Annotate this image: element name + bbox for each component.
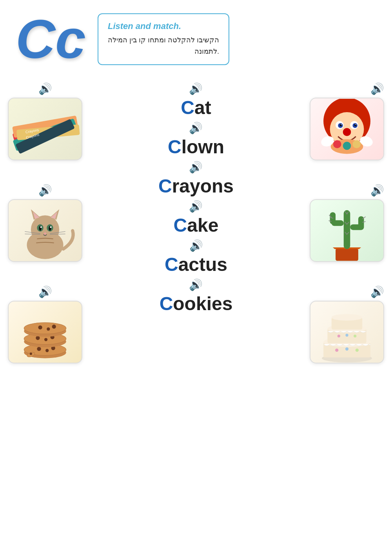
- svg-point-37: [47, 327, 50, 331]
- instruction-title: Listen and match.: [108, 21, 219, 31]
- svg-point-26: [37, 347, 41, 351]
- word-cactus: Cactus: [165, 254, 227, 275]
- clown-svg: [310, 99, 383, 160]
- speaker-cactus-word[interactable]: 🔊: [189, 239, 203, 252]
- center-column: 🔊 Cat 🔊 Clown 🔊 Crayons 🔊 Cake 🔊 Cactus …: [102, 71, 290, 374]
- word-cake-c: C: [174, 215, 187, 236]
- image-clown: [310, 98, 384, 160]
- speaker-cactus-img[interactable]: 🔊: [370, 184, 384, 197]
- svg-point-43: [343, 128, 351, 136]
- speaker-cake-word[interactable]: 🔊: [189, 200, 203, 213]
- left-column: 🔊 Crayons Crayons 🔊: [8, 71, 102, 374]
- svg-point-31: [36, 336, 40, 340]
- right-column: 🔊: [290, 71, 384, 374]
- word-block-cat: 🔊 Cat: [181, 82, 211, 118]
- word-clown-c: C: [168, 136, 181, 157]
- svg-point-36: [38, 325, 42, 329]
- svg-point-48: [340, 124, 342, 126]
- word-clown-rest: lown: [181, 136, 224, 157]
- image-block-cake: 🔊: [310, 285, 384, 363]
- speaker-crayons-img[interactable]: 🔊: [38, 82, 52, 95]
- speaker-crayons-word[interactable]: 🔊: [189, 161, 203, 174]
- big-letter-cc: Cc: [16, 12, 86, 67]
- word-block-cookies: 🔊 Cookies: [160, 278, 233, 314]
- svg-point-84: [345, 347, 348, 351]
- image-cake: [310, 301, 384, 363]
- word-cat: Cat: [181, 97, 211, 118]
- svg-rect-58: [336, 249, 358, 261]
- image-block-crayons: 🔊 Crayons Crayons: [8, 82, 82, 160]
- svg-point-87: [345, 334, 348, 337]
- svg-point-38: [52, 324, 56, 328]
- speaker-clown-img[interactable]: 🔊: [370, 82, 384, 95]
- word-block-crayons: 🔊 Crayons: [158, 161, 234, 197]
- svg-point-54: [343, 142, 351, 150]
- svg-point-40: [30, 352, 32, 355]
- svg-point-32: [44, 338, 47, 341]
- word-block-cactus: 🔊 Cactus: [165, 239, 227, 275]
- image-cat: [8, 199, 82, 262]
- svg-point-49: [354, 124, 356, 126]
- speaker-cat-img[interactable]: 🔊: [38, 184, 52, 197]
- main-content: 🔊 Crayons Crayons 🔊: [0, 71, 392, 374]
- svg-point-85: [356, 349, 359, 352]
- svg-point-17: [40, 226, 42, 228]
- word-crayons-rest: rayons: [172, 176, 234, 196]
- word-crayons-c: C: [158, 176, 172, 196]
- word-cactus-rest: actus: [178, 254, 227, 275]
- image-block-cat: 🔊: [8, 184, 82, 262]
- svg-point-18: [50, 226, 51, 228]
- word-cat-c: C: [181, 97, 194, 118]
- image-cookies: [8, 301, 82, 363]
- cat-svg: [9, 200, 82, 261]
- svg-rect-60: [344, 210, 350, 249]
- speaker-cake-img[interactable]: 🔊: [370, 285, 384, 298]
- image-crayons: Crayons Crayons: [8, 98, 82, 160]
- cactus-svg: [310, 199, 383, 262]
- speaker-cat-word[interactable]: 🔊: [189, 82, 203, 95]
- instruction-box: Listen and match. הקשיבו להקלטה ומתחו קו…: [98, 13, 229, 65]
- word-block-cake: 🔊 Cake: [174, 200, 219, 236]
- word-cookies: Cookies: [160, 293, 233, 314]
- word-cat-rest: at: [194, 97, 211, 118]
- crayons-svg: Crayons Crayons: [9, 101, 82, 158]
- image-block-clown: 🔊: [310, 82, 384, 160]
- svg-point-27: [45, 349, 49, 352]
- word-cake: Cake: [174, 214, 219, 236]
- svg-point-35: [24, 322, 66, 334]
- svg-point-53: [333, 140, 341, 148]
- image-block-cactus: 🔊: [310, 184, 384, 262]
- svg-point-55: [352, 140, 361, 148]
- svg-point-88: [354, 335, 356, 338]
- cookies-svg: [9, 302, 82, 363]
- svg-point-83: [335, 349, 338, 352]
- cake-svg: [310, 301, 383, 363]
- speaker-clown-word[interactable]: 🔊: [189, 122, 203, 134]
- word-clown: Clown: [168, 136, 224, 158]
- svg-point-50: [341, 124, 342, 125]
- svg-point-8: [31, 215, 59, 243]
- svg-point-86: [338, 335, 340, 338]
- svg-point-51: [356, 124, 356, 125]
- word-cookies-c: C: [160, 293, 173, 314]
- image-block-cookies: 🔊: [8, 285, 82, 363]
- speaker-cookies-word[interactable]: 🔊: [189, 278, 203, 291]
- image-cactus: [310, 199, 384, 262]
- speaker-cookies-img[interactable]: 🔊: [38, 285, 52, 298]
- word-cake-rest: ake: [187, 215, 218, 236]
- word-cactus-c: C: [165, 254, 178, 275]
- svg-point-82: [332, 314, 363, 321]
- word-block-clown: 🔊 Clown: [168, 122, 224, 158]
- word-crayons: Crayons: [158, 175, 234, 197]
- word-cookies-rest: ookies: [173, 293, 232, 314]
- instruction-hebrew: הקשיבו להקלטה ומתחו קו בין המילה .לתמונה: [108, 35, 219, 57]
- header: Cc Listen and match. הקשיבו להקלטה ומתחו…: [0, 0, 392, 71]
